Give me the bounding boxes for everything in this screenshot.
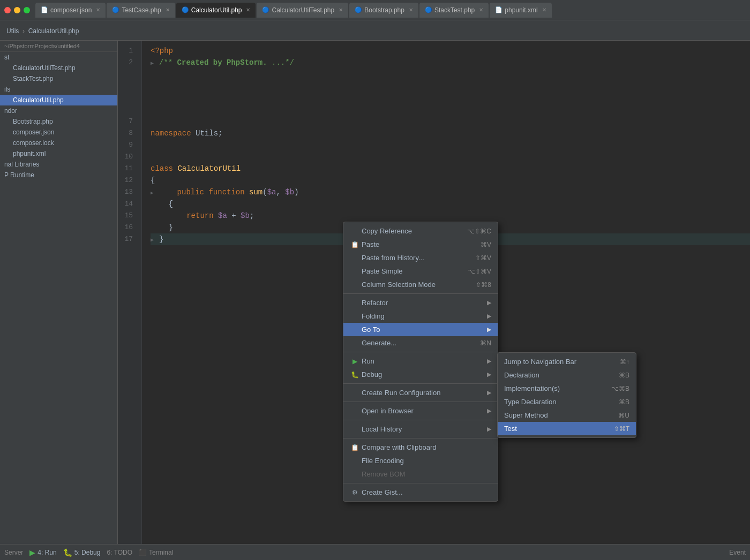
sidebar-item-ndor[interactable]: ndor	[0, 105, 117, 116]
menu-paste[interactable]: 📋 Paste ⌘V	[343, 238, 498, 251]
breadcrumb: Utils › CalculatorUtil.php	[4, 26, 81, 35]
submenu-super-method-shortcut: ⌘U	[618, 412, 629, 419]
sidebar-item-Bootstrap-php[interactable]: Bootstrap.php	[0, 116, 117, 127]
menu-paste-label: Paste	[362, 240, 379, 248]
submenu-jump-nav-shortcut: ⌘↑	[620, 358, 629, 366]
submenu-implementations[interactable]: Implementation(s) ⌥⌘B	[498, 382, 636, 395]
menu-compare-clipboard[interactable]: 📋 Compare with Clipboard	[343, 441, 498, 454]
menu-copy-reference[interactable]: Copy Reference ⌥⇧⌘C	[343, 224, 498, 238]
sidebar-item-ils[interactable]: ils	[0, 84, 117, 95]
window-controls	[4, 7, 30, 13]
close-button[interactable]	[4, 7, 11, 13]
run-arrow: ▶	[487, 358, 491, 365]
tab-close-icon[interactable]: ✕	[479, 7, 483, 13]
sidebar-item-composer-json[interactable]: composer.json	[0, 127, 117, 138]
submenu-type-declaration[interactable]: Type Declaration ⌘B	[498, 395, 636, 408]
menu-column-selection[interactable]: Column Selection Mode ⇧⌘8	[343, 278, 498, 291]
status-terminal[interactable]: ⬛ Terminal	[139, 549, 173, 556]
sidebar-item-StackTest-php[interactable]: StackTest.php	[0, 73, 117, 84]
submenu-jump-nav[interactable]: Jump to Navigation Bar ⌘↑	[498, 355, 636, 368]
tab-close-icon[interactable]: ✕	[246, 7, 250, 13]
tab-close-icon[interactable]: ✕	[542, 7, 546, 13]
submenu-test-label: Test	[504, 425, 517, 433]
tab-close-icon[interactable]: ✕	[96, 7, 100, 13]
code-line-1: <?php	[151, 45, 750, 57]
status-debug[interactable]: 🐛 5: Debug	[63, 548, 101, 557]
menu-file-encoding[interactable]: File Encoding	[343, 454, 498, 467]
minimize-button[interactable]	[14, 7, 20, 13]
submenu-goto: Jump to Navigation Bar ⌘↑ Declaration ⌘B…	[497, 352, 636, 438]
menu-paste-history[interactable]: Paste from History... ⇧⌘V	[343, 251, 498, 264]
menu-debug-label: Debug	[362, 370, 382, 379]
maximize-button[interactable]	[24, 7, 30, 13]
tab-label: Bootstrap.php	[364, 6, 404, 14]
submenu-jump-nav-label: Jump to Navigation Bar	[504, 358, 576, 366]
sidebar-item-CalculatorUtil-php[interactable]: CalculatorUtil.php	[0, 95, 117, 105]
code-line-9	[151, 139, 750, 151]
tab-label: composer.json	[50, 6, 92, 14]
tab-bar: 📄composer.json✕🔵TestCase.php✕🔵Calculator…	[35, 3, 746, 18]
tab-label: TestCase.php	[122, 6, 161, 14]
tab-label: StackTest.php	[434, 6, 475, 14]
run-play-icon: ▶	[29, 548, 35, 557]
separator-3	[343, 383, 498, 384]
terminal-icon: ⬛	[139, 549, 147, 556]
status-server[interactable]: Server	[4, 549, 23, 556]
tab-CalculatorUtilTest-php[interactable]: 🔵CalculatorUtilTest.php✕	[257, 3, 348, 18]
code-line-12: {	[151, 175, 750, 186]
sidebar-item-P-Runtime[interactable]: P Runtime	[0, 170, 117, 180]
sidebar-item-composer-lock[interactable]: composer.lock	[0, 138, 117, 148]
separator-6	[343, 438, 498, 438]
menu-paste-simple[interactable]: Paste Simple ⌥⇧⌘V	[343, 264, 498, 278]
menu-column-selection-label: Column Selection Mode	[362, 281, 436, 289]
debug-arrow: ▶	[487, 371, 491, 378]
submenu-test[interactable]: Test ⇧⌘T	[498, 422, 636, 435]
status-event[interactable]: Event	[729, 549, 746, 556]
menu-open-browser-label: Open in Browser	[362, 407, 414, 415]
menu-generate[interactable]: Generate... ⌘N	[343, 336, 498, 350]
submenu-super-method-label: Super Method	[504, 411, 548, 419]
tab-close-icon[interactable]: ✕	[409, 7, 413, 13]
sidebar-item-CalculatorUtilTest-php[interactable]: CalculatorUtilTest.php	[0, 63, 117, 73]
run-icon: ▶	[350, 358, 359, 365]
menu-folding[interactable]: Folding ▶	[343, 309, 498, 323]
menu-paste-simple-shortcut: ⌥⇧⌘V	[468, 268, 491, 275]
tab-CalculatorUtil-php[interactable]: 🔵CalculatorUtil.php✕	[176, 3, 256, 18]
tab-phpunit-xml[interactable]: 📄phpunit.xml✕	[490, 3, 551, 18]
top-toolbar: Utils › CalculatorUtil.php	[0, 20, 750, 41]
code-line-blank3	[151, 92, 750, 104]
refactor-arrow: ▶	[487, 299, 491, 306]
sidebar-item-nal-Libraries[interactable]: nal Libraries	[0, 159, 117, 170]
status-todo-label: 6: TODO	[107, 549, 132, 556]
tab-composer-json[interactable]: 📄composer.json✕	[35, 3, 106, 18]
tab-TestCase-php[interactable]: 🔵TestCase.php✕	[107, 3, 175, 18]
status-run-label: 4: Run	[38, 549, 56, 556]
menu-paste-history-label: Paste from History...	[362, 254, 424, 262]
menu-create-gist[interactable]: ⚙ Create Gist...	[343, 486, 498, 499]
separator-5	[343, 420, 498, 420]
line-numbers: 1 2 7 8 9 10 11 12 13 14 15 16 17	[118, 41, 142, 560]
menu-run[interactable]: ▶ Run ▶	[343, 354, 498, 368]
submenu-type-declaration-label: Type Declaration	[504, 398, 557, 406]
sidebar-item-st[interactable]: st	[0, 52, 117, 63]
submenu-super-method[interactable]: Super Method ⌘U	[498, 408, 636, 422]
separator-1	[343, 293, 498, 294]
menu-open-browser[interactable]: Open in Browser ▶	[343, 404, 498, 418]
status-debug-label: 5: Debug	[74, 549, 101, 556]
submenu-type-declaration-shortcut: ⌘B	[619, 398, 629, 406]
sidebar-item-phpunit-xml[interactable]: phpunit.xml	[0, 148, 117, 159]
menu-debug[interactable]: 🐛 Debug ▶	[343, 368, 498, 381]
status-run[interactable]: ▶ 4: Run	[29, 548, 56, 557]
editor-area[interactable]: 1 2 7 8 9 10 11 12 13 14 15 16 17 <?php	[118, 41, 750, 560]
tab-close-icon[interactable]: ✕	[166, 7, 170, 13]
menu-goto[interactable]: Go To ▶	[343, 323, 498, 336]
menu-local-history[interactable]: Local History ▶	[343, 422, 498, 436]
tab-close-icon[interactable]: ✕	[339, 7, 343, 13]
menu-folding-label: Folding	[362, 312, 385, 320]
tab-StackTest-php[interactable]: 🔵StackTest.php✕	[419, 3, 489, 18]
tab-Bootstrap-php[interactable]: 🔵Bootstrap.php✕	[349, 3, 418, 18]
status-todo[interactable]: 6: TODO	[107, 549, 132, 556]
menu-refactor[interactable]: Refactor ▶	[343, 296, 498, 309]
menu-create-run-config[interactable]: Create Run Configuration ▶	[343, 386, 498, 399]
submenu-declaration[interactable]: Declaration ⌘B	[498, 368, 636, 382]
